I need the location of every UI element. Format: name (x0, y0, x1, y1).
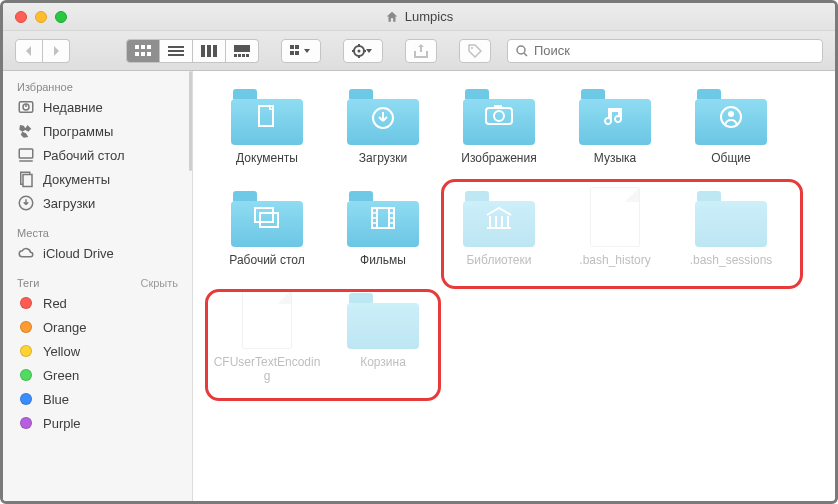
sidebar-tag-yellow[interactable]: Yellow (3, 339, 192, 363)
file-item[interactable]: .bash_history (559, 187, 671, 267)
item-label: Музыка (594, 151, 636, 165)
svg-point-42 (494, 111, 504, 121)
svg-rect-20 (295, 51, 299, 55)
sidebar-item-label: Загрузки (43, 196, 95, 211)
svg-rect-2 (147, 45, 151, 49)
sidebar-tag-purple[interactable]: Purple (3, 411, 192, 435)
main: Избранное НедавниеПрограммыРабочий столД… (3, 71, 835, 501)
svg-rect-1 (141, 45, 145, 49)
tag-swatch-icon (20, 321, 32, 333)
window-title: Lumpics (3, 9, 835, 24)
search-icon (516, 45, 528, 57)
folder-icon (347, 289, 419, 349)
folder-icon (463, 85, 535, 145)
sidebar-item-desktop[interactable]: Рабочий стол (3, 143, 192, 167)
share-icon (414, 44, 428, 58)
view-columns-button[interactable] (193, 39, 226, 63)
sidebar-heading-favorites: Избранное (3, 77, 192, 95)
sidebar-item-label: Документы (43, 172, 110, 187)
folder-item[interactable]: Документы (211, 85, 323, 165)
svg-rect-6 (168, 46, 184, 48)
folder-item[interactable]: Изображения (443, 85, 555, 165)
share-button[interactable] (405, 39, 437, 63)
folder-icon (231, 187, 303, 247)
folder-item[interactable]: Рабочий стол (211, 187, 323, 267)
view-icon-button[interactable] (126, 39, 160, 63)
sidebar-item-label: Green (43, 368, 79, 383)
sidebar-tag-blue[interactable]: Blue (3, 387, 192, 411)
forward-button[interactable] (43, 39, 70, 63)
item-label: Изображения (461, 151, 536, 165)
svg-rect-3 (135, 52, 139, 56)
sidebar-item-cloud[interactable]: iCloud Drive (3, 241, 192, 265)
sidebar-item-documents[interactable]: Документы (3, 167, 192, 191)
folder-item[interactable]: .bash_sessions (675, 187, 787, 267)
desktop-icon (17, 146, 35, 164)
folder-item[interactable]: Загрузки (327, 85, 439, 165)
window-title-text: Lumpics (405, 9, 453, 24)
svg-rect-5 (147, 52, 151, 56)
item-label: Общие (711, 151, 750, 165)
svg-rect-33 (19, 149, 33, 158)
svg-rect-19 (290, 51, 294, 55)
item-label: Корзина (360, 355, 406, 369)
sidebar-tags-hide[interactable]: Скрыть (140, 277, 178, 289)
file-icon (242, 289, 292, 349)
search-field[interactable] (507, 39, 823, 63)
group-by-button[interactable] (281, 39, 321, 63)
svg-rect-13 (234, 54, 237, 57)
tag-swatch-icon (20, 393, 32, 405)
folder-item[interactable]: Фильмы (327, 187, 439, 267)
downloads-icon (17, 194, 35, 212)
folder-item[interactable]: Корзина (327, 289, 439, 383)
gallery-icon (234, 45, 250, 57)
home-icon (385, 10, 399, 24)
svg-rect-15 (242, 54, 245, 57)
svg-rect-18 (295, 45, 299, 49)
svg-rect-36 (23, 175, 32, 187)
sidebar-item-label: Недавние (43, 100, 103, 115)
sidebar-item-label: Purple (43, 416, 81, 431)
tag-icon (468, 44, 482, 58)
sidebar-tag-green[interactable]: Green (3, 363, 192, 387)
svg-rect-8 (168, 54, 184, 56)
folder-item[interactable]: Общие (675, 85, 787, 165)
sidebar-tag-orange[interactable]: Orange (3, 315, 192, 339)
folder-item[interactable]: Библиотеки (443, 187, 555, 267)
action-button[interactable] (343, 39, 383, 63)
folder-icon (579, 85, 651, 145)
apps-icon (17, 122, 35, 140)
svg-rect-9 (201, 45, 205, 57)
folder-item[interactable]: Музыка (559, 85, 671, 165)
sidebar-item-downloads[interactable]: Загрузки (3, 191, 192, 215)
svg-point-27 (471, 47, 473, 49)
tag-swatch-icon (20, 417, 32, 429)
view-list-button[interactable] (160, 39, 193, 63)
svg-rect-45 (255, 208, 273, 222)
tags-button[interactable] (459, 39, 491, 63)
item-label: .bash_history (579, 253, 650, 267)
columns-icon (201, 45, 217, 57)
view-gallery-button[interactable] (226, 39, 259, 63)
svg-rect-17 (290, 45, 294, 49)
clock-icon (17, 98, 35, 116)
folder-icon (347, 85, 419, 145)
folder-icon (231, 85, 303, 145)
sidebar: Избранное НедавниеПрограммыРабочий столД… (3, 71, 193, 501)
tag-swatch-icon (20, 369, 32, 381)
sidebar-item-clock[interactable]: Недавние (3, 95, 192, 119)
grid-icon (135, 45, 151, 57)
file-icon (590, 187, 640, 247)
sidebar-tag-red[interactable]: Red (3, 291, 192, 315)
tag-swatch-icon (20, 345, 32, 357)
sidebar-item-label: Yellow (43, 344, 80, 359)
svg-rect-7 (168, 50, 184, 52)
file-item[interactable]: CFUserTextEncoding (211, 289, 323, 383)
back-button[interactable] (15, 39, 43, 63)
sidebar-item-label: Рабочий стол (43, 148, 125, 163)
svg-point-44 (728, 111, 734, 117)
search-input[interactable] (534, 43, 814, 58)
sidebar-item-apps[interactable]: Программы (3, 119, 192, 143)
svg-rect-0 (135, 45, 139, 49)
item-label: CFUserTextEncoding (213, 355, 321, 383)
